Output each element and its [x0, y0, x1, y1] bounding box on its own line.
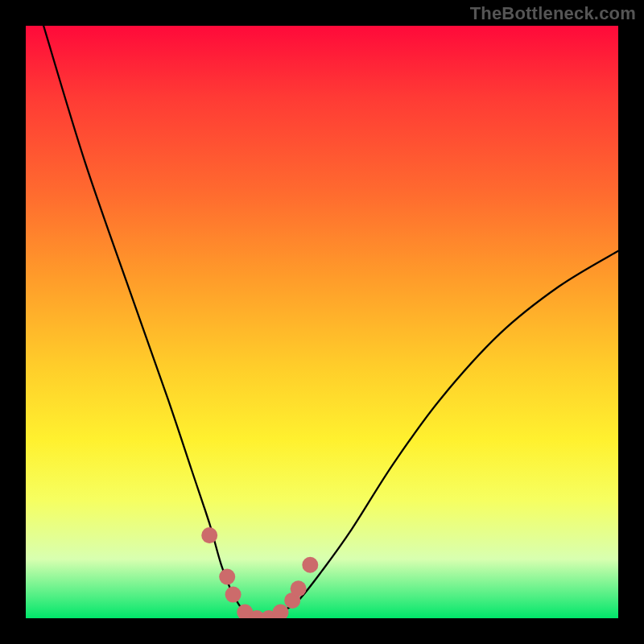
bottleneck-curve — [43, 26, 618, 618]
plot-area — [26, 26, 618, 618]
curve-marker — [291, 580, 307, 597]
curve-marker — [219, 569, 235, 585]
curve-markers — [201, 527, 318, 618]
curve-marker — [273, 605, 289, 618]
chart-container: TheBottleneck.com — [0, 0, 644, 644]
curve-marker — [302, 557, 318, 573]
curve-marker — [201, 527, 217, 543]
chart-overlay — [26, 26, 618, 618]
watermark-text: TheBottleneck.com — [470, 3, 636, 24]
curve-marker — [225, 587, 242, 603]
